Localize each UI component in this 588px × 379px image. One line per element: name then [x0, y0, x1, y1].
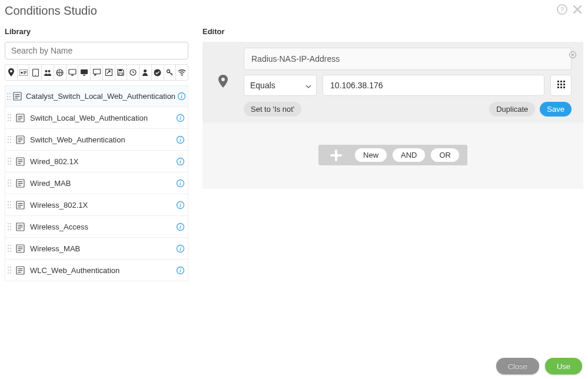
library-item[interactable]: Wired_802.1X i [5, 151, 188, 172]
svg-rect-13 [69, 69, 76, 74]
svg-rect-143 [560, 87, 562, 88]
drag-handle-icon[interactable] [5, 135, 14, 144]
svg-point-25 [181, 75, 182, 76]
svg-point-9 [35, 75, 36, 76]
info-icon[interactable]: i [172, 201, 188, 210]
info-icon[interactable]: i [172, 244, 188, 253]
info-icon[interactable]: i [172, 157, 188, 166]
condition-icon [14, 244, 26, 253]
svg-point-126 [8, 272, 9, 274]
and-button[interactable]: AND [393, 148, 425, 162]
svg-rect-130 [18, 270, 22, 271]
svg-point-98 [8, 223, 9, 224]
filter-arrow-icon[interactable] [103, 65, 115, 80]
library-item[interactable]: Wireless_802.1X i [5, 194, 188, 216]
info-icon[interactable]: i [175, 92, 188, 101]
or-button[interactable]: OR [431, 148, 459, 162]
drag-handle-icon[interactable] [5, 266, 14, 274]
svg-point-124 [8, 270, 9, 271]
search-input-wrap[interactable] [5, 42, 188, 59]
info-icon[interactable]: i [172, 179, 188, 188]
svg-point-90 [8, 207, 9, 208]
svg-point-2 [10, 70, 12, 72]
new-button[interactable]: New [355, 148, 387, 162]
filter-chat-icon[interactable] [91, 65, 103, 80]
drag-handle-icon[interactable] [5, 201, 14, 209]
svg-text:i: i [180, 159, 181, 165]
filter-save-icon[interactable] [115, 65, 128, 80]
svg-point-134 [221, 78, 225, 81]
browse-button[interactable] [550, 75, 572, 96]
svg-point-40 [8, 117, 9, 118]
svg-point-50 [8, 136, 9, 137]
drag-handle-icon[interactable] [5, 114, 14, 122]
drag-handle-icon[interactable] [5, 244, 14, 252]
info-icon[interactable]: i [172, 135, 188, 144]
library-item[interactable]: Catalyst_Switch_Local_Web_Authentication… [5, 85, 188, 107]
library-label: Library [5, 27, 188, 36]
svg-rect-7 [24, 74, 25, 74]
set-is-not-button[interactable]: Set to 'Is not' [244, 102, 301, 117]
filter-monitor-icon[interactable] [67, 65, 79, 80]
filter-id-icon[interactable] [18, 65, 30, 80]
filter-key-icon[interactable] [164, 65, 177, 80]
svg-rect-118 [18, 248, 22, 249]
remove-condition-icon[interactable] [569, 50, 576, 61]
svg-point-62 [8, 158, 9, 159]
filter-users-icon[interactable] [42, 65, 54, 80]
svg-rect-69 [18, 159, 22, 160]
svg-text:i: i [180, 202, 181, 208]
filter-tablet-icon[interactable] [29, 65, 42, 80]
search-input[interactable] [11, 46, 182, 55]
svg-point-10 [45, 70, 48, 72]
drag-handle-icon[interactable] [5, 157, 14, 165]
filter-desktop-icon[interactable] [78, 65, 91, 80]
library-item[interactable]: WLC_Web_Authentication i [5, 260, 188, 281]
close-icon[interactable] [572, 4, 583, 18]
library-item[interactable]: Wireless_Access i [5, 216, 188, 238]
svg-point-79 [10, 185, 11, 187]
svg-point-39 [10, 114, 11, 115]
filter-wifi-icon[interactable] [176, 65, 188, 80]
library-item-label: Switch_Local_Web_Authentication [26, 114, 172, 122]
svg-point-11 [48, 70, 51, 72]
svg-rect-141 [563, 84, 565, 85]
svg-point-22 [144, 69, 147, 72]
use-button[interactable]: Use [545, 358, 582, 374]
operator-select[interactable]: Equals [244, 75, 317, 96]
attribute-field[interactable]: Radius·NAS-IP-Address [244, 48, 572, 70]
info-icon[interactable]: i [172, 222, 188, 231]
filter-person-icon[interactable] [139, 65, 152, 80]
svg-text:i: i [180, 115, 181, 121]
svg-rect-6 [24, 72, 26, 73]
filter-globe-icon[interactable] [54, 65, 67, 80]
library-item[interactable]: Wired_MAB i [5, 172, 188, 194]
value-input[interactable] [323, 75, 544, 96]
filter-check-icon[interactable] [152, 65, 164, 80]
svg-point-86 [8, 201, 9, 202]
svg-point-113 [10, 248, 11, 249]
drag-handle-icon[interactable] [5, 222, 14, 231]
svg-point-51 [10, 136, 11, 137]
drag-handle-icon[interactable] [5, 92, 12, 101]
svg-point-53 [10, 139, 11, 140]
close-button[interactable]: Close [496, 358, 539, 374]
svg-point-27 [9, 93, 11, 94]
condition-icon [14, 157, 26, 166]
duplicate-button[interactable]: Duplicate [489, 102, 535, 117]
save-button[interactable]: Save [540, 102, 572, 117]
library-item[interactable]: Wireless_MAB i [5, 238, 188, 260]
filter-clock-icon[interactable] [127, 65, 139, 80]
library-item[interactable]: Switch_Web_Authentication i [5, 129, 188, 151]
add-icon[interactable] [323, 149, 349, 162]
svg-point-115 [10, 251, 11, 252]
info-icon[interactable]: i [172, 266, 188, 275]
svg-rect-94 [18, 205, 22, 205]
svg-text:i: i [180, 181, 181, 187]
svg-point-102 [8, 229, 9, 230]
filter-location-icon[interactable] [5, 65, 18, 80]
drag-handle-icon[interactable] [5, 179, 14, 187]
help-icon[interactable]: ? [556, 4, 568, 18]
info-icon[interactable]: i [172, 114, 188, 122]
library-item[interactable]: Switch_Local_Web_Authentication i [5, 107, 188, 129]
